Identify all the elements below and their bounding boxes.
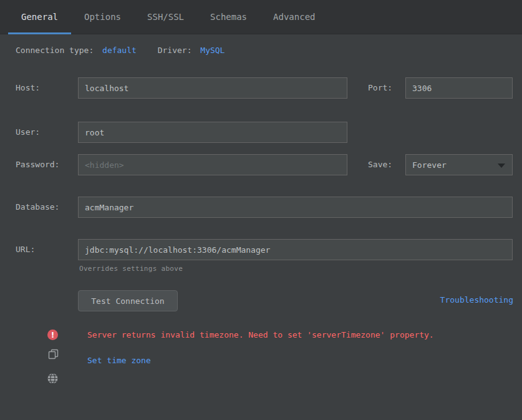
host-label: Host: [16,83,40,92]
tab-bar: General Options SSH/SSL Schemas Advanced [0,0,522,34]
database-label: Database: [16,202,59,212]
tab-general[interactable]: General [8,0,71,34]
copy-icon[interactable] [48,349,59,359]
tab-ssh-ssl[interactable]: SSH/SSL [134,0,197,34]
tab-advanced[interactable]: Advanced [260,0,328,34]
database-input[interactable] [78,197,513,218]
save-dropdown[interactable]: Forever [405,154,513,175]
user-input[interactable] [78,122,347,143]
error-message: Server returns invalid timezone. Need to… [87,330,434,339]
tab-schemas-label: Schemas [210,12,247,22]
troubleshooting-link[interactable]: Troubleshooting [440,295,513,305]
connection-type-row: Connection type: default Driver: MySQL [16,46,225,55]
port-input[interactable] [405,77,513,99]
host-input[interactable] [78,77,347,99]
password-label: Password: [16,160,59,169]
driver-label: Driver: [158,46,192,55]
url-label: URL: [16,245,35,254]
user-label: User: [16,127,40,137]
driver-link[interactable]: MySQL [200,46,225,55]
url-hint: Overrides settings above [79,265,183,273]
connection-type-link[interactable]: default [102,46,137,55]
password-input[interactable] [78,154,347,175]
save-label: Save: [368,160,392,169]
set-time-zone-link[interactable]: Set time zone [87,356,151,365]
error-icon: ! [47,330,58,340]
url-input[interactable] [78,239,513,260]
connection-settings-dialog: General Options SSH/SSL Schemas Advanced… [0,0,522,420]
tab-options-label: Options [84,12,121,22]
tab-options[interactable]: Options [71,0,134,34]
tab-schemas[interactable]: Schemas [197,0,260,34]
tab-advanced-label: Advanced [273,12,315,22]
tab-ssh-ssl-label: SSH/SSL [147,12,184,22]
tab-general-label: General [21,12,58,22]
connection-type-label: Connection type: [16,46,94,55]
save-dropdown-value: Forever [412,160,447,170]
test-connection-button[interactable]: Test Connection [78,290,178,311]
chevron-down-icon [498,164,505,168]
port-label: Port: [368,83,392,92]
web-icon[interactable] [47,373,59,384]
